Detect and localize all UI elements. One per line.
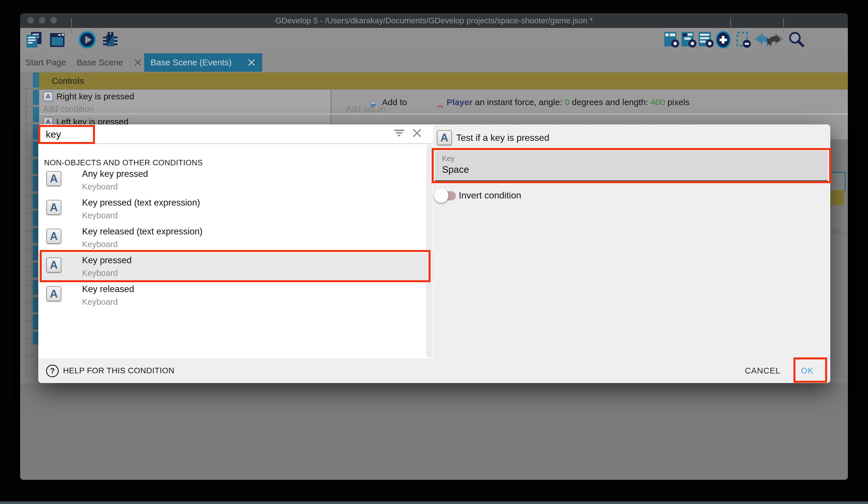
close-tab-icon[interactable] bbox=[247, 58, 256, 67]
list-item-subtitle: Keyboard bbox=[82, 240, 118, 249]
debug-button[interactable] bbox=[100, 30, 120, 50]
list-item-any-key-pressed[interactable]: A Any key pressed Keyboard bbox=[38, 167, 433, 195]
event-condition-cell: A Right key is pressed Add condition bbox=[39, 90, 330, 113]
help-link[interactable]: HELP FOR THIS CONDITION bbox=[63, 366, 174, 375]
list-item-subtitle: Keyboard bbox=[82, 297, 118, 307]
annotation-box-key-field bbox=[432, 148, 831, 183]
play-button[interactable] bbox=[77, 30, 97, 50]
search-icon bbox=[787, 30, 806, 50]
list-item-title: Key released bbox=[82, 284, 134, 294]
screen: GDevelop 5 - /Users/dkarakay/Documents/G… bbox=[0, 0, 868, 504]
annotation-box-ok bbox=[794, 357, 827, 383]
event-tree-lines bbox=[26, 88, 33, 373]
action-prefix: Add to bbox=[382, 97, 409, 107]
action-suffix: pixels bbox=[665, 97, 690, 107]
list-item-subtitle: Keyboard bbox=[82, 182, 118, 192]
event-group-header[interactable]: Controls bbox=[39, 73, 848, 89]
action-length: 400 bbox=[651, 97, 665, 107]
toggle-thumb[interactable] bbox=[434, 188, 448, 203]
invert-condition-label: Invert condition bbox=[459, 190, 521, 201]
event-group-label: Controls bbox=[52, 73, 84, 89]
redo-icon bbox=[768, 30, 787, 50]
keyboard-icon: A bbox=[43, 92, 53, 101]
search-bar bbox=[38, 124, 433, 144]
keyboard-icon: A bbox=[46, 229, 61, 244]
condition-title: Test if a key is pressed bbox=[456, 132, 549, 143]
action-object: Player bbox=[447, 97, 473, 107]
list-item-subtitle: Keyboard bbox=[82, 211, 118, 220]
action-angle: 0 bbox=[565, 97, 570, 107]
filter-button[interactable] bbox=[393, 127, 405, 140]
add-condition-link[interactable]: Add condition bbox=[43, 104, 94, 114]
annotation-box-key-pressed bbox=[40, 250, 431, 282]
action-mid1: an instant force, angle: bbox=[473, 97, 565, 107]
keyboard-icon: A bbox=[437, 130, 452, 145]
close-window-button[interactable] bbox=[27, 17, 34, 24]
toolbar-divider bbox=[731, 18, 731, 33]
condition-line[interactable]: A Right key is pressed bbox=[43, 92, 134, 101]
action-line[interactable]: Add to Player an instant force, angle: 0… bbox=[346, 92, 690, 113]
tab-label: Base Scene bbox=[76, 53, 123, 72]
add-subevent-icon bbox=[680, 30, 699, 50]
list-item-title: Any key pressed bbox=[82, 169, 148, 179]
truncated-add-link: dd... bbox=[831, 226, 848, 236]
section-header: NON-OBJECTS AND OTHER CONDITIONS bbox=[44, 158, 203, 167]
close-dialog-button[interactable] bbox=[411, 127, 423, 140]
tab-label: Start Page bbox=[25, 58, 66, 67]
tab-label: Base Scene (Events) bbox=[151, 53, 232, 72]
list-item-key-pressed-text-expression[interactable]: A Key pressed (text expression) Keyboard bbox=[38, 195, 433, 224]
list-item-title: Key pressed (text expression) bbox=[82, 198, 200, 208]
filter-icon bbox=[394, 129, 405, 139]
dialog-footer: ? HELP FOR THIS CONDITION CANCEL OK bbox=[38, 358, 830, 383]
list-item-key-released[interactable]: A Key released Keyboard bbox=[38, 282, 433, 311]
add-event-icon bbox=[662, 30, 682, 50]
help-icon[interactable]: ? bbox=[46, 365, 59, 377]
tab-base-scene[interactable]: Base Scene bbox=[76, 53, 142, 72]
zoom-window-button[interactable] bbox=[50, 17, 57, 24]
search-button[interactable] bbox=[786, 30, 806, 50]
scene-editor-button[interactable] bbox=[47, 30, 68, 50]
add-circle-icon bbox=[714, 30, 733, 50]
add-action-link[interactable]: Add action bbox=[346, 104, 385, 114]
close-icon bbox=[412, 128, 423, 140]
minimize-window-button[interactable] bbox=[39, 17, 45, 24]
tab-base-scene-events[interactable]: Base Scene (Events) bbox=[144, 53, 262, 72]
event-action-cell: Add to Player an instant force, angle: 0… bbox=[332, 90, 848, 113]
condition-list-panel: NON-OBJECTS AND OTHER CONDITIONS A Any k… bbox=[38, 124, 433, 358]
action-mid2: degrees and length: bbox=[570, 97, 651, 107]
cancel-button[interactable]: CANCEL bbox=[745, 366, 781, 375]
window-title: GDevelop 5 - /Users/dkarakay/Documents/G… bbox=[20, 13, 848, 28]
keyboard-icon: A bbox=[46, 200, 61, 215]
player-object-icon bbox=[412, 92, 444, 112]
play-icon bbox=[78, 30, 97, 50]
scene-editor-icon bbox=[48, 30, 67, 50]
condition-text: Right key is pressed bbox=[56, 92, 134, 101]
events-sheet-empty-area bbox=[20, 383, 848, 480]
list-item-title: Key released (text expression) bbox=[82, 226, 203, 237]
project-manager-button[interactable] bbox=[24, 30, 44, 50]
annotation-box-search bbox=[38, 125, 95, 144]
toolbar-divider bbox=[783, 18, 784, 33]
close-tab-icon[interactable] bbox=[134, 58, 142, 67]
debug-icon bbox=[101, 30, 120, 50]
keyboard-icon: A bbox=[46, 171, 61, 186]
desktop-edge bbox=[0, 501, 868, 504]
toolbar-divider bbox=[71, 18, 72, 33]
keyboard-icon: A bbox=[46, 286, 61, 301]
redo-button[interactable] bbox=[767, 30, 787, 50]
list-item-key-released-text-expression[interactable]: A Key released (text expression) Keyboar… bbox=[38, 224, 433, 253]
tab-start-page[interactable]: Start Page bbox=[25, 53, 66, 72]
project-manager-icon bbox=[25, 30, 44, 50]
